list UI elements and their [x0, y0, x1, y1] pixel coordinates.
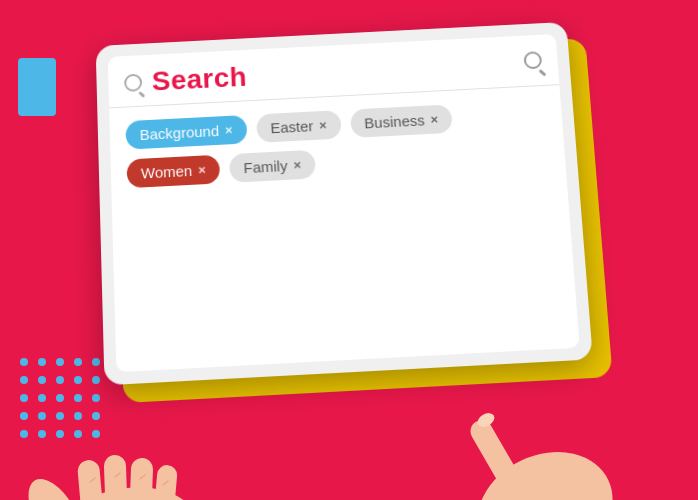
tag-easter-close-icon[interactable]: × — [319, 118, 327, 133]
tag-women-close-icon[interactable]: × — [198, 162, 206, 177]
tag-background-close-icon[interactable]: × — [225, 123, 233, 138]
tablet-screen: Search Background × Easter × — [108, 34, 580, 372]
tag-women[interactable]: Women × — [127, 155, 221, 188]
search-dot-icon — [124, 74, 142, 92]
tag-business-label: Business — [364, 112, 425, 132]
magnifier-icon[interactable] — [523, 51, 542, 69]
tag-women-label: Women — [141, 162, 193, 181]
left-hand — [18, 455, 211, 500]
tag-business-close-icon[interactable]: × — [430, 112, 438, 127]
tag-business[interactable]: Business × — [350, 104, 453, 138]
svg-rect-2 — [77, 459, 105, 500]
blue-rectangle-decoration — [18, 58, 56, 116]
tag-easter-label: Easter — [270, 117, 314, 136]
search-title: Search — [151, 61, 247, 97]
tablet-device: Search Background × Easter × — [96, 22, 593, 385]
tag-easter[interactable]: Easter × — [256, 110, 342, 143]
tag-background-label: Background — [139, 122, 219, 143]
tag-background[interactable]: Background × — [125, 115, 247, 150]
tablet-body: Search Background × Easter × — [96, 22, 593, 385]
svg-rect-3 — [104, 455, 129, 500]
tag-family-close-icon[interactable]: × — [293, 157, 301, 172]
svg-rect-5 — [152, 464, 178, 500]
tag-family-label: Family — [243, 157, 288, 176]
right-hand — [458, 410, 647, 500]
search-bar-right — [523, 51, 542, 73]
tag-family[interactable]: Family × — [229, 150, 316, 183]
